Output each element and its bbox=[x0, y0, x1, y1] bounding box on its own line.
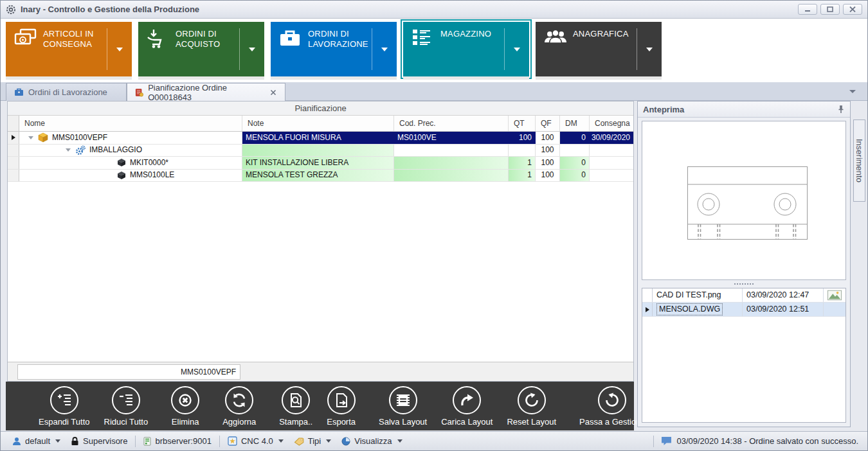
column-header-note[interactable]: Note bbox=[242, 116, 394, 131]
view-icon bbox=[341, 437, 350, 446]
cell-cod-prec[interactable] bbox=[394, 145, 509, 157]
cell-qf[interactable]: 100 bbox=[536, 145, 560, 157]
file-thumbnail-cell[interactable] bbox=[824, 303, 845, 316]
row-indicator bbox=[642, 303, 653, 316]
file-thumbnail-cell[interactable] bbox=[824, 288, 845, 302]
cell-qt[interactable]: 1 bbox=[509, 170, 536, 182]
column-header-qt[interactable]: QT bbox=[509, 116, 536, 131]
pin-icon[interactable] bbox=[837, 105, 845, 114]
cell-nome[interactable]: MMS0100LE bbox=[19, 170, 242, 182]
file-name[interactable]: CAD DI TEST.png bbox=[653, 288, 743, 302]
cell-cod-prec[interactable] bbox=[394, 170, 509, 182]
expand-all-button[interactable]: Espandi Tutto bbox=[32, 386, 97, 427]
table-row[interactable]: MMS0100LE MENSOLA TEST GREZZA 1 100 0 bbox=[8, 170, 633, 182]
cell-dm[interactable] bbox=[560, 145, 590, 157]
planning-doc-icon bbox=[135, 88, 143, 97]
reset-layout-button[interactable]: Reset Layout bbox=[500, 386, 563, 427]
cell-cod-prec[interactable] bbox=[394, 157, 509, 169]
cell-consegna[interactable]: 30/09/2020 bbox=[590, 132, 633, 144]
cell-nome[interactable]: IMBALLAGGIO bbox=[19, 145, 242, 157]
cell-consegna[interactable] bbox=[590, 145, 633, 157]
cell-qf[interactable]: 100 bbox=[536, 170, 560, 182]
ribbon-button-magazzino[interactable]: MAGAZZINO bbox=[403, 22, 529, 76]
cell-note[interactable]: MENSOLA FUORI MISURA bbox=[242, 132, 394, 144]
cell-qt[interactable]: 100 bbox=[509, 132, 536, 144]
file-date[interactable]: 03/09/2020 12:47 bbox=[743, 288, 824, 302]
load-layout-button[interactable]: Carica Layout bbox=[434, 386, 500, 427]
toolbar-label: Esporta bbox=[327, 417, 356, 427]
print-preview-icon bbox=[287, 392, 304, 409]
cnc-menu[interactable]: CNC 4.0 bbox=[222, 436, 289, 446]
user-menu[interactable]: default bbox=[7, 436, 66, 446]
role-indicator[interactable]: Supervisore bbox=[66, 436, 132, 446]
tree-expand-icon[interactable] bbox=[28, 136, 33, 139]
column-header-nome[interactable]: Nome bbox=[19, 116, 242, 131]
tipi-menu[interactable]: Tipi bbox=[289, 436, 336, 446]
ribbon-button-ordini-di-lavorazione[interactable]: ORDINI DI LAVORAZIONE bbox=[271, 22, 397, 76]
cell-qt[interactable]: 1 bbox=[509, 157, 536, 169]
ribbon-button-articoli-in-consegna[interactable]: ARTICOLI IN CONSEGNA bbox=[6, 22, 132, 76]
collapse-all-button[interactable]: Riduci Tutto bbox=[97, 386, 156, 427]
column-header-dm[interactable]: DM bbox=[560, 116, 590, 131]
cell-dm[interactable]: 0 bbox=[560, 157, 590, 169]
close-button[interactable] bbox=[843, 4, 862, 15]
ribbon-button-ordini-di-acquisto[interactable]: ORDINI DI ACQUISTO bbox=[138, 22, 264, 76]
window-title: Inary - Controllo e Gestione della Produ… bbox=[21, 4, 199, 14]
table-row[interactable]: IMBALLAGGIO 100 bbox=[8, 145, 633, 157]
maximize-button[interactable] bbox=[820, 4, 840, 15]
visualizza-menu[interactable]: Visualizza bbox=[336, 436, 407, 446]
grid-footer: MMS0100VEPF bbox=[8, 362, 633, 381]
refresh-button[interactable]: Aggiorna bbox=[215, 386, 263, 427]
footer-summary-field[interactable]: MMS0100VEPF bbox=[17, 364, 240, 380]
tab-list-dropdown-icon[interactable] bbox=[849, 90, 856, 93]
tab-pianificazione-ordine[interactable]: Pianificazione Ordine O00018643 bbox=[127, 83, 285, 101]
list-item[interactable]: CAD DI TEST.png 03/09/2020 12:47 bbox=[642, 288, 845, 303]
cell-qf[interactable]: 100 bbox=[536, 132, 560, 144]
chevron-down-icon[interactable] bbox=[514, 48, 520, 51]
splitter-handle[interactable] bbox=[638, 280, 850, 288]
column-header-qf[interactable]: QF bbox=[536, 116, 560, 131]
registry-icon bbox=[543, 28, 568, 46]
tree-expand-icon[interactable] bbox=[66, 148, 71, 152]
bottom-toolbar: Espandi Tutto Riduci Tutto Elimina Aggio… bbox=[6, 382, 634, 430]
export-button[interactable]: Esporta bbox=[320, 386, 363, 427]
save-layout-button[interactable]: Salva Layout bbox=[372, 386, 434, 427]
column-header-consegna[interactable]: Consegna bbox=[590, 116, 633, 131]
title-bar: Inary - Controllo e Gestione della Produ… bbox=[1, 1, 867, 19]
cell-consegna[interactable] bbox=[590, 157, 633, 169]
status-label: default bbox=[25, 436, 50, 446]
cell-cod-prec[interactable]: MS0100VE bbox=[394, 132, 509, 144]
table-row[interactable]: MMS0100VEPF MENSOLA FUORI MISURA MS0100V… bbox=[8, 132, 633, 145]
column-header-cod-prec[interactable]: Cod. Prec. bbox=[394, 116, 509, 131]
cell-nome[interactable]: MKIT0000* bbox=[19, 157, 242, 169]
tab-ordini-di-lavorazione[interactable]: Ordini di Lavorazione bbox=[6, 83, 127, 101]
tab-close-icon[interactable] bbox=[270, 89, 277, 96]
chevron-down-icon[interactable] bbox=[249, 48, 255, 51]
side-tab-inserimento[interactable]: Inserimento bbox=[853, 119, 865, 202]
print-button[interactable]: Stampa.. bbox=[272, 386, 320, 427]
current-row-arrow-icon bbox=[12, 135, 15, 140]
table-row[interactable]: MKIT0000* KIT INSTALLAZIONE LIBERA 1 100… bbox=[8, 157, 633, 170]
chevron-down-icon[interactable] bbox=[646, 48, 653, 51]
file-date[interactable]: 03/09/2020 12:51 bbox=[743, 303, 824, 316]
list-item[interactable]: MENSOLA.DWG 03/09/2020 12:51 bbox=[642, 303, 845, 317]
cell-qt[interactable] bbox=[509, 145, 536, 157]
toolbar-label: Stampa.. bbox=[279, 417, 312, 427]
chevron-down-icon[interactable] bbox=[116, 48, 123, 51]
minimize-button[interactable] bbox=[798, 4, 817, 15]
cell-dm[interactable]: 0 bbox=[560, 170, 590, 182]
cell-note[interactable] bbox=[242, 145, 394, 157]
cnc-star-icon bbox=[228, 436, 237, 446]
file-name[interactable]: MENSOLA.DWG bbox=[653, 303, 743, 316]
cell-nome[interactable]: MMS0100VEPF bbox=[19, 132, 242, 144]
cell-consegna[interactable] bbox=[590, 170, 633, 182]
cell-note[interactable]: MENSOLA TEST GREZZA bbox=[242, 170, 394, 182]
ribbon-button-anagrafica[interactable]: ANAGRAFICA bbox=[536, 22, 662, 76]
server-indicator[interactable]: brbserver:9001 bbox=[138, 436, 216, 446]
ribbon-button-label: ANAGRAFICA bbox=[573, 29, 629, 39]
cell-qf[interactable]: 100 bbox=[536, 157, 560, 169]
delete-button[interactable]: Elimina bbox=[164, 386, 206, 427]
cell-dm[interactable]: 0 bbox=[560, 132, 590, 144]
chevron-down-icon[interactable] bbox=[381, 48, 388, 51]
cell-note[interactable]: KIT INSTALLAZIONE LIBERA bbox=[242, 157, 394, 169]
